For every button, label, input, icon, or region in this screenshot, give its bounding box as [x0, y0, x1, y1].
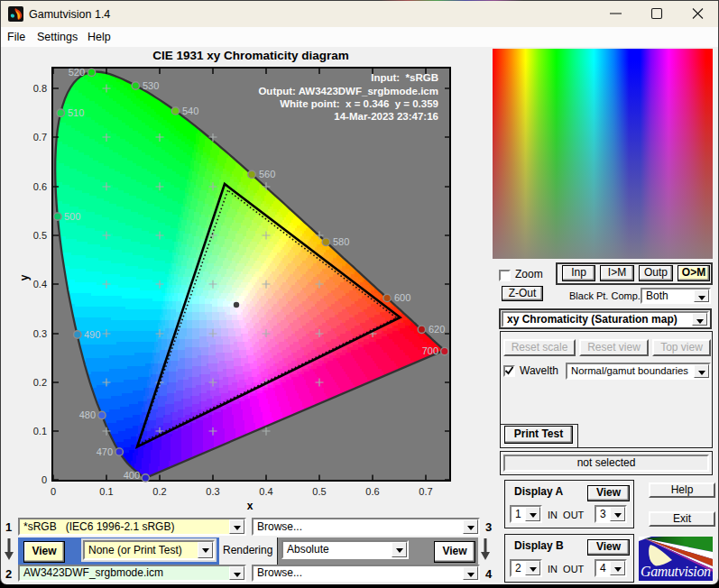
- svg-text:0.6: 0.6: [365, 486, 379, 497]
- svg-text:480: 480: [79, 409, 96, 420]
- svg-text:0.3: 0.3: [206, 486, 219, 497]
- svg-text:620: 620: [429, 324, 445, 335]
- svg-text:0.2: 0.2: [33, 377, 47, 388]
- svg-text:x: x: [247, 500, 253, 512]
- svg-text:500: 500: [64, 211, 80, 222]
- svg-text:490: 490: [84, 329, 100, 340]
- svg-text:0.5: 0.5: [312, 486, 326, 497]
- svg-text:600: 600: [394, 292, 410, 303]
- svg-text:0.4: 0.4: [33, 279, 47, 289]
- svg-text:0.7: 0.7: [419, 486, 432, 497]
- svg-text:400: 400: [124, 470, 140, 481]
- svg-text:700: 700: [422, 345, 438, 356]
- svg-text:580: 580: [333, 236, 349, 247]
- svg-text:0.3: 0.3: [33, 328, 47, 339]
- svg-text:0: 0: [51, 486, 56, 497]
- svg-text:y: y: [18, 274, 31, 280]
- svg-text:Gamutvision: Gamutvision: [641, 564, 711, 579]
- svg-text:0.2: 0.2: [152, 486, 166, 497]
- svg-text:0.4: 0.4: [259, 486, 272, 497]
- svg-text:0.1: 0.1: [33, 426, 47, 436]
- svg-text:0.8: 0.8: [33, 83, 47, 94]
- svg-text:0: 0: [41, 474, 47, 485]
- svg-text:Output: AW3423DWF_srgbmode.icm: Output: AW3423DWF_srgbmode.icm: [258, 86, 438, 96]
- svg-text:510: 510: [68, 107, 84, 118]
- svg-text:14-Mar-2023 23:47:16: 14-Mar-2023 23:47:16: [334, 111, 438, 122]
- svg-text:470: 470: [97, 446, 113, 457]
- svg-text:560: 560: [259, 169, 275, 179]
- svg-text:0.5: 0.5: [33, 230, 47, 241]
- svg-text:520: 520: [69, 67, 85, 78]
- svg-text:Input: *sRGB: Input: *sRGB: [371, 72, 438, 83]
- svg-text:0.6: 0.6: [33, 181, 47, 192]
- svg-text:White point: x = 0.346 y = 0: White point: x = 0.346 y = 0.359: [280, 98, 438, 109]
- svg-text:530: 530: [143, 80, 159, 91]
- svg-text:0.7: 0.7: [33, 132, 47, 142]
- svg-text:CIE 1931 xy Chromaticity diagr: CIE 1931 xy Chromaticity diagram: [152, 49, 349, 62]
- svg-text:0.1: 0.1: [99, 486, 113, 497]
- svg-text:540: 540: [182, 106, 198, 116]
